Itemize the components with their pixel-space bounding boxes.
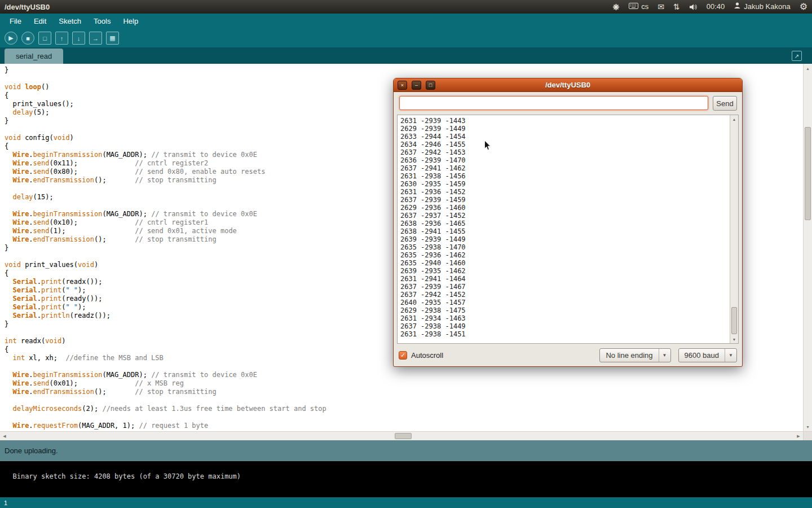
serial-scroll-up-icon[interactable]: ▲ [730,116,738,122]
keyboard-icon [629,0,638,14]
menu-item-help[interactable]: Help [117,14,144,28]
code-line: Wire.requestFrom(MAG_ADDR, 1); // reques… [5,422,803,430]
line-ending-value: No line ending [600,351,658,360]
vertical-scrollbar-thumb[interactable] [805,127,811,220]
open-button[interactable]: ↑ [55,32,68,45]
scroll-down-arrow-icon[interactable]: ▼ [804,423,812,431]
serial-window-title: /dev/ttyUSB0 [394,78,742,92]
serial-line: 2636 -2939 -1470 [400,156,727,164]
session-gear-icon[interactable]: ⚙ [800,0,807,14]
status-message: Done uploading. [5,446,58,455]
serial-line: 2637 -2942 -1452 [400,291,727,299]
serial-line: 2638 -2936 -1465 [400,220,727,227]
serial-line: 2631 -2936 -1452 [400,188,727,196]
new-tab-button[interactable]: ↗ [792,51,802,61]
menu-item-tools[interactable]: Tools [87,14,117,28]
new-sketch-button[interactable]: □ [38,32,51,45]
code-line: Wire.endTransmission(); // stop transmit… [5,388,803,396]
menu-item-edit[interactable]: Edit [28,14,52,28]
serial-line: 2637 -2937 -1452 [400,212,727,220]
serial-line: 2635 -2938 -1470 [400,243,727,251]
code-line: } [5,66,803,75]
code-line: Wire.beginTransmission(MAG_ADDR); // tra… [5,371,803,379]
serial-monitor-window: × – □ /dev/ttyUSB0 Send 2631 -2939 -1443… [393,78,743,367]
serial-line: 2629 -2938 -1475 [400,306,727,314]
network-traffic-icon[interactable]: ⇅ [673,0,680,14]
serial-line: 2631 -2938 -1451 [400,330,727,338]
tab-serial-read[interactable]: serial_read [5,49,63,64]
serial-line: 2629 -2936 -1460 [400,204,727,212]
close-button[interactable]: × [398,81,407,90]
chevron-down-icon[interactable]: ▼ [659,349,670,362]
serial-line: 2635 -2936 -1462 [400,251,727,259]
serial-send-input[interactable] [399,96,708,110]
scroll-right-arrow-icon[interactable]: ▶ [795,432,802,440]
serial-line: 2637 -2941 -1462 [400,164,727,172]
console-text: Binary sketch size: 4208 bytes (of a 307… [12,472,241,480]
serial-bottom-controls: ✓ Autoscroll No line ending ▼ 9600 baud … [399,348,737,362]
scroll-up-arrow-icon[interactable]: ▲ [804,64,812,72]
serial-line: 2629 -2939 -1449 [400,125,727,133]
code-line [5,413,803,422]
serial-line: 2637 -2938 -1449 [400,322,727,330]
serial-vertical-scrollbar[interactable]: ▲ ▼ [730,115,738,343]
mail-icon[interactable]: ✉ [657,0,664,14]
serial-line: 2637 -2942 -1453 [400,148,727,156]
scrollbar-corner [803,431,812,440]
clock[interactable]: 00:40 [707,0,725,14]
user-menu[interactable]: Jakub Kakona [734,0,790,14]
serial-scrollbar-thumb[interactable] [731,307,737,334]
serial-monitor-button[interactable]: ▦ [106,32,119,45]
serial-line: 2635 -2940 -1460 [400,259,727,267]
status-bar: Done uploading. [0,440,812,461]
code-line [5,396,803,405]
serial-line: 2630 -2935 -1459 [400,180,727,188]
serial-scroll-down-icon[interactable]: ▼ [730,336,738,343]
keyboard-layout-code: cs [641,0,648,14]
toolbar: ▶■□↑↓→▦ [0,29,812,47]
serial-line: 2639 -2935 -1462 [400,267,727,275]
autoscroll-label: Autoscroll [411,351,443,360]
serial-output-area[interactable]: 2631 -2939 -14432629 -2939 -14492633 -29… [397,115,739,344]
serial-line: 2634 -2946 -1455 [400,141,727,148]
line-ending-select[interactable]: No line ending ▼ [599,348,670,362]
line-number-bar: 1 [0,497,812,508]
editor-horizontal-scrollbar[interactable]: ◀ ▶ [0,431,803,440]
serial-line: 2631 -2934 -1463 [400,314,727,322]
send-button[interactable]: Send [713,96,737,111]
menu-bar: FileEditSketchToolsHelp [0,14,812,29]
serial-line: 2631 -2938 -1456 [400,172,727,180]
stop-button[interactable]: ■ [21,32,34,45]
chevron-down-icon[interactable]: ▼ [725,349,736,362]
editor-vertical-scrollbar[interactable]: ▲ ▼ [803,64,812,431]
user-name: Jakub Kakona [744,0,790,14]
save-button[interactable]: ↓ [72,32,85,45]
maximize-button[interactable]: □ [426,81,435,90]
top-panel: /dev/ttyUSB0 cs ✉ ⇅ 00:40 Jakub Kakona ⚙ [0,0,812,14]
serial-line: 2637 -2939 -1467 [400,283,727,291]
line-number: 1 [4,500,7,506]
baud-rate-select[interactable]: 9600 baud ▼ [678,348,737,362]
volume-icon[interactable] [689,3,698,11]
system-tray: cs ✉ ⇅ 00:40 Jakub Kakona ⚙ [612,0,807,14]
indicator-icon[interactable] [612,3,620,11]
menu-item-sketch[interactable]: Sketch [52,14,87,28]
serial-line: 2631 -2939 -1443 [400,117,727,125]
active-window-title: /dev/ttyUSB0 [5,3,50,11]
upload-button[interactable]: → [89,32,102,45]
code-line: delayMicroseconds(2); //needs at least 1… [5,405,803,413]
autoscroll-checkbox[interactable]: ✓ [399,351,407,360]
console-output: Binary sketch size: 4208 bytes (of a 307… [0,461,812,497]
serial-line: 2633 -2944 -1454 [400,133,727,141]
window-controls: × – □ [398,81,435,90]
keyboard-layout-indicator[interactable]: cs [629,0,648,14]
scroll-left-arrow-icon[interactable]: ◀ [1,432,8,440]
menu-item-file[interactable]: File [3,14,28,28]
serial-window-titlebar[interactable]: × – □ /dev/ttyUSB0 [394,78,742,92]
minimize-button[interactable]: – [412,81,421,90]
serial-line: 2639 -2939 -1449 [400,235,727,243]
serial-output-text: 2631 -2939 -14432629 -2939 -14492633 -29… [398,115,730,343]
horizontal-scrollbar-thumb[interactable] [395,433,412,439]
verify-button[interactable]: ▶ [5,32,17,45]
baud-rate-value: 9600 baud [679,351,725,360]
